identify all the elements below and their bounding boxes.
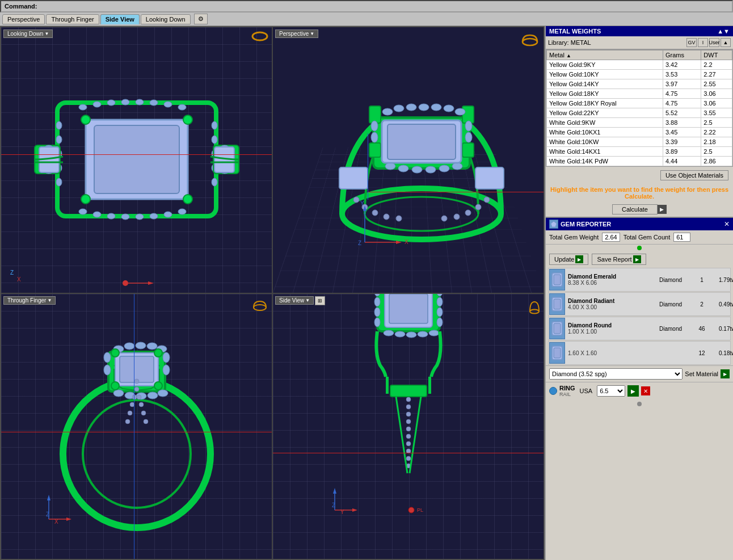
- calculate-arrow-btn[interactable]: ▶: [658, 205, 667, 214]
- table-row[interactable]: White Gold:14KX13.892.5: [547, 147, 732, 157]
- svg-point-162: [406, 456, 411, 461]
- info-icon-btn[interactable]: I: [698, 38, 708, 47]
- gem-size: 4.00 X 3.00: [568, 304, 654, 310]
- svg-point-141: [374, 318, 380, 327]
- metal-weights-table-container[interactable]: Metal ▲ Grams DWT Yellow Gold:9KY3.422.2…: [546, 49, 733, 167]
- svg-marker-171: [352, 508, 357, 512]
- viewport-area: Looking Down ▼: [0, 26, 545, 560]
- tab-settings-btn[interactable]: ⚙: [194, 14, 208, 24]
- table-row[interactable]: White Gold:14K PdW4.442.86: [547, 157, 732, 166]
- svg-point-42: [123, 280, 128, 286]
- metal-dwt: 2.5: [701, 118, 732, 128]
- total-gem-count-value: 61: [673, 233, 690, 242]
- metal-weights-title-bar: METAL WEIGHTS ▲▼: [546, 26, 733, 36]
- calculate-btn[interactable]: Calculate: [612, 204, 658, 214]
- total-gem-weight-value: 2.64: [602, 233, 620, 242]
- gem-reporter-title: GEM REPORTER: [561, 221, 611, 228]
- tab-perspective[interactable]: Perspective: [2, 14, 45, 24]
- gem-list-item[interactable]: 1.60 X 1.60 12 0.18tw ▶: [548, 341, 731, 365]
- metal-grams: 3.89: [663, 147, 701, 157]
- viewport-bottom-right[interactable]: Side View ▼ ⊞: [272, 293, 544, 560]
- table-row[interactable]: Yellow Gold:18KY4.753.06: [547, 89, 732, 99]
- svg-point-8: [164, 102, 172, 107]
- viewport-top-right[interactable]: Perspective ▼: [272, 27, 544, 293]
- svg-point-17: [178, 209, 186, 214]
- col-dwt[interactable]: DWT: [701, 50, 732, 60]
- svg-point-102: [163, 352, 170, 363]
- svg-rect-35: [94, 125, 179, 193]
- svg-point-66: [412, 166, 422, 173]
- ring-close-btn[interactable]: ✕: [641, 386, 650, 395]
- col-grams[interactable]: Grams: [663, 50, 701, 60]
- gem-list-item[interactable]: Diamond Emerald 8.38 X 6.06 Diamond 1 1.…: [548, 268, 731, 292]
- ring-label: RING: [559, 385, 575, 391]
- set-material-arrow-btn[interactable]: ▶: [721, 369, 730, 378]
- viewport-label-side-view[interactable]: Side View ▼: [275, 296, 314, 305]
- viewport-bottom-left[interactable]: Through Finger ▼: [1, 293, 272, 560]
- table-row[interactable]: Yellow Gold:22KY5.523.55: [547, 108, 732, 118]
- svg-point-38: [81, 195, 90, 204]
- viewport-label-looking-down[interactable]: Looking Down ▼: [3, 30, 53, 38]
- table-row[interactable]: White Gold:10KX13.452.22: [547, 128, 732, 137]
- svg-line-165: [410, 397, 421, 473]
- gem-reporter-close-btn[interactable]: ✕: [724, 220, 730, 228]
- table-row[interactable]: White Gold:9KW3.882.5: [547, 118, 732, 128]
- command-label: Command:: [5, 3, 37, 10]
- svg-rect-178: [554, 299, 561, 309]
- svg-line-164: [396, 397, 407, 473]
- gem-thumb: [549, 318, 565, 339]
- material-select[interactable]: Diamond (3.52 spg): [549, 368, 683, 380]
- svg-point-14: [136, 214, 144, 220]
- ring-size-select[interactable]: 6.5 5 5.5 6 7 7.5: [597, 385, 625, 397]
- svg-marker-44: [148, 281, 154, 285]
- svg-point-15: [150, 213, 158, 219]
- svg-point-100: [104, 352, 111, 363]
- gem-list-item[interactable]: Diamond Radiant 4.00 X 3.00 Diamond 2 0.…: [548, 292, 731, 316]
- svg-point-79: [484, 197, 490, 203]
- metal-name: White Gold:14K PdW: [547, 157, 663, 166]
- table-row[interactable]: Yellow Gold:14KY3.972.55: [547, 79, 732, 89]
- table-row[interactable]: Yellow Gold:9KY3.422.2: [547, 60, 732, 70]
- gem-save-report-btn[interactable]: Save Report ▶: [592, 254, 646, 265]
- svg-point-111: [111, 349, 119, 357]
- table-row[interactable]: Yellow Gold:18KY Royal4.753.06: [547, 99, 732, 108]
- usa-label: USA: [580, 388, 593, 394]
- gem-buttons-row: Update ▶ Save Report ▶: [546, 251, 733, 267]
- svg-point-140: [374, 308, 380, 317]
- scrollbar-up-btn[interactable]: ▲: [721, 38, 731, 47]
- svg-point-53: [382, 108, 393, 115]
- tab-through-finger[interactable]: Through Finger: [46, 14, 99, 24]
- use-object-materials-btn[interactable]: Use Object Materials: [660, 170, 728, 180]
- gem-list-item[interactable]: Diamond Round 1.00 X 1.00 Diamond 46 0.1…: [548, 317, 731, 340]
- viewport-label-through-finger[interactable]: Through Finger ▼: [3, 296, 56, 305]
- svg-point-160: [406, 441, 411, 446]
- svg-point-116: [134, 387, 139, 391]
- svg-point-97: [136, 342, 146, 349]
- svg-text:Z: Z: [358, 240, 361, 246]
- gv-icon-btn[interactable]: GV: [686, 38, 697, 47]
- svg-point-57: [431, 104, 441, 111]
- col-metal[interactable]: Metal ▲: [547, 50, 663, 60]
- viewport-expand-btn[interactable]: ⊞: [315, 296, 325, 305]
- ring-go-btn[interactable]: ▶: [627, 385, 639, 397]
- svg-point-56: [419, 104, 429, 111]
- tab-side-view[interactable]: Side View: [100, 14, 140, 24]
- viewport-top-left[interactable]: Looking Down ▼: [1, 27, 272, 293]
- svg-point-81: [465, 210, 471, 216]
- metal-grams: 3.42: [663, 60, 701, 70]
- svg-rect-50: [462, 106, 474, 123]
- svg-point-159: [406, 434, 411, 439]
- table-row[interactable]: Yellow Gold:10KY3.532.27: [547, 70, 732, 79]
- viewport-label-perspective[interactable]: Perspective ▼: [275, 30, 318, 38]
- gem-weight: 1.79tw: [719, 277, 733, 283]
- svg-point-60: [371, 121, 378, 131]
- svg-point-59: [455, 108, 465, 115]
- table-row[interactable]: White Gold:10KW3.392.18: [547, 137, 732, 147]
- tab-looking-down[interactable]: Looking Down: [141, 14, 191, 24]
- user-icon-btn[interactable]: User: [709, 38, 719, 47]
- command-bar: Command:: [0, 0, 733, 12]
- svg-point-112: [154, 349, 162, 357]
- gem-update-btn[interactable]: Update ▶: [549, 254, 588, 265]
- metal-name: White Gold:10KX1: [547, 128, 663, 137]
- gem-thumb: [549, 342, 565, 364]
